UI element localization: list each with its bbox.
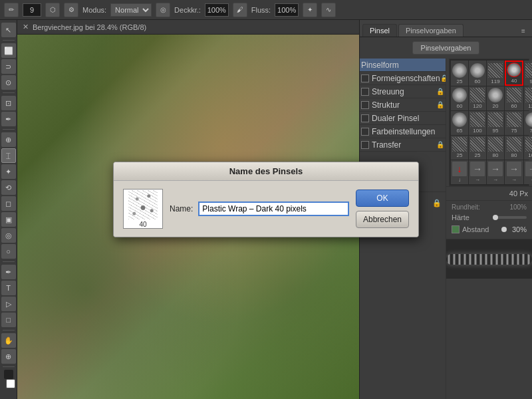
name-form-row: Name: bbox=[170, 201, 349, 216]
dialog-titlebar: Name des Pinsels bbox=[114, 162, 418, 181]
name-label: Name: bbox=[170, 204, 193, 213]
modal-overlay: Name des Pinsels 40 Name: OK Abbrechen bbox=[0, 0, 532, 399]
ok-button[interactable]: OK bbox=[356, 190, 409, 207]
brush-name-input[interactable] bbox=[198, 201, 349, 216]
brush-name-dialog: Name des Pinsels 40 Name: OK Abbrechen bbox=[113, 162, 419, 237]
brush-thumb-size-label: 40 bbox=[139, 221, 146, 228]
cancel-button[interactable]: Abbrechen bbox=[356, 211, 409, 228]
dialog-body: 40 Name: OK Abbrechen bbox=[114, 181, 418, 237]
brush-thumbnail: 40 bbox=[123, 189, 163, 229]
dialog-buttons: OK Abbrechen bbox=[356, 190, 409, 228]
brush-thumb-image bbox=[128, 190, 158, 219]
dialog-form: Name: bbox=[170, 201, 349, 216]
